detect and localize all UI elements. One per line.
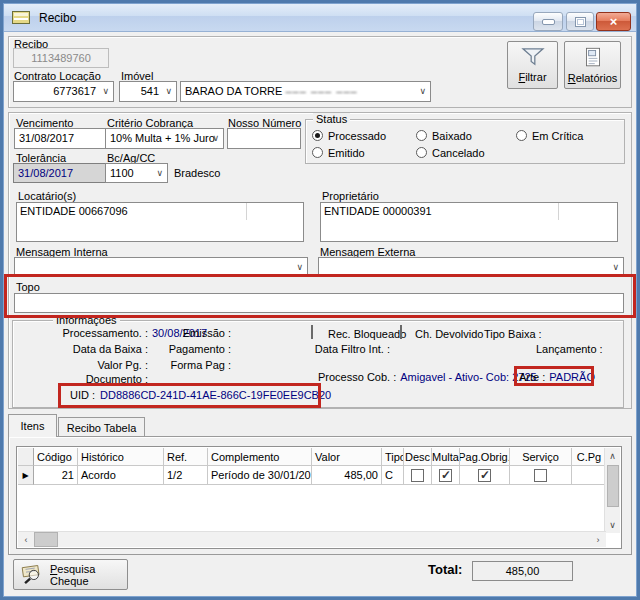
locatarios-listbox[interactable]: ENTIDADE 00667096	[16, 202, 304, 242]
filtrar-button-label: Filtrar	[518, 71, 546, 83]
grid-vertical-scrollbar[interactable]: ∧ ∨	[604, 448, 620, 533]
desc-checkbox[interactable]	[411, 469, 424, 482]
scroll-down-icon[interactable]: ∨	[605, 517, 620, 533]
locatario-item[interactable]: ENTIDADE 00667096	[17, 203, 247, 220]
chevron-down-icon: ∨	[612, 258, 619, 276]
radio-icon	[516, 130, 527, 141]
maximize-icon	[575, 17, 586, 27]
radio-label: Emitido	[328, 147, 365, 159]
topo-input[interactable]	[14, 293, 624, 313]
radio-icon	[312, 147, 323, 158]
arte-row: Arte : PADRÃO	[519, 370, 595, 384]
grid-header-tipo[interactable]: Tipo	[382, 448, 404, 466]
arte-value: PADRÃO	[549, 371, 595, 383]
criterio-cobranca-combo[interactable]: 10% Multa + 1% Juro∨	[105, 128, 224, 149]
grid-header-codigo[interactable]: Código	[34, 448, 78, 466]
data-baixa-label: Data da Baixa :	[16, 343, 148, 355]
imovel-code-combo[interactable]: 541∨	[119, 81, 177, 102]
tab-itens[interactable]: Itens	[8, 414, 57, 437]
forma-pag-label: Forma Pag :	[155, 359, 231, 371]
contrato-locacao-combo[interactable]: 6773617∨	[13, 81, 114, 102]
valor-pg-label: Valor Pg. :	[16, 359, 148, 371]
informacoes-legend: Informações	[53, 314, 120, 326]
cell-complemento: Período de 30/01/201	[208, 466, 312, 485]
grid-horizontal-scrollbar[interactable]: ‹ ›	[18, 531, 606, 547]
multa-checkbox[interactable]	[439, 469, 452, 482]
total-value-field: 485,00	[472, 561, 573, 581]
topo-label: Topo	[16, 281, 40, 293]
app-icon	[12, 11, 30, 26]
grid-header-desc[interactable]: Desc	[404, 448, 432, 466]
servico-checkbox[interactable]	[534, 469, 547, 482]
radio-icon	[416, 130, 427, 141]
relatorios-button[interactable]: Relatórios	[564, 41, 621, 89]
radio-processado[interactable]: Processado	[312, 127, 416, 144]
processo-cob-row: Processo Cob. : Amigavel - Ativo- Cob: 2…	[318, 370, 537, 384]
grid-header-complemento[interactable]: Complemento	[208, 448, 312, 466]
chevron-down-icon: ∨	[212, 129, 219, 148]
radio-emitido[interactable]: Emitido	[312, 144, 416, 161]
radio-cancelado[interactable]: Cancelado	[416, 144, 516, 161]
scroll-right-icon[interactable]: ›	[590, 532, 606, 548]
proprietario-listbox[interactable]: ENTIDADE 00000391	[320, 202, 618, 242]
grid-header-pag-obrig[interactable]: Pag.Obrig.	[460, 448, 510, 466]
grid-header-valor[interactable]: Valor	[312, 448, 382, 466]
data-filtro-label: Data Filtro Int. :	[290, 343, 390, 355]
tolerancia-field: 31/08/2017	[13, 163, 107, 183]
radio-label: Baixado	[432, 130, 472, 142]
cheque-search-icon	[20, 563, 44, 587]
filtrar-button[interactable]: Filtrar	[507, 41, 558, 89]
filter-funnel-icon	[521, 47, 545, 69]
itens-grid: Código Histórico Ref. Complemento Valor …	[16, 446, 622, 549]
censored-text: ––– ––– –––	[285, 85, 357, 97]
ch-devolvido-checkbox[interactable]	[400, 325, 402, 339]
horizontal-scroll-thumb[interactable]	[34, 532, 58, 547]
nosso-numero-input[interactable]	[227, 128, 301, 149]
pag-obrig-checkbox[interactable]	[478, 469, 491, 482]
cell-tipo: C	[382, 466, 404, 485]
cell-historico: Acordo	[78, 466, 164, 485]
scroll-left-icon[interactable]: ‹	[18, 532, 34, 548]
chevron-down-icon: ∨	[419, 82, 426, 101]
cell-valor: 485,00	[312, 466, 382, 485]
cell-pag-obrig	[460, 466, 510, 485]
grid-header-historico[interactable]: Histórico	[78, 448, 164, 466]
mensagem-externa-combo[interactable]: ∨	[318, 257, 624, 277]
chevron-down-icon: ∨	[102, 82, 109, 101]
bc-ag-cc-combo[interactable]: 1100∨	[105, 163, 168, 183]
cell-multa	[432, 466, 460, 485]
maximize-button[interactable]	[566, 12, 594, 31]
banco-label: Bradesco	[174, 167, 220, 179]
processamento-label: Processamento. :	[16, 327, 148, 339]
proprietario-item[interactable]: ENTIDADE 00000391	[321, 203, 559, 220]
minimize-button[interactable]	[533, 12, 563, 31]
grid-header-ref[interactable]: Ref.	[164, 448, 208, 466]
vencimento-combo[interactable]: 31/08/2017∨	[14, 128, 116, 149]
cell-c-pg	[572, 466, 606, 485]
title-bar: Recibo ×	[3, 3, 637, 32]
rec-bloqueado-label: Rec. Bloqueado	[328, 328, 406, 340]
imovel-name-combo[interactable]: BARAO DA TORRE ––– ––– ––– ∨	[180, 81, 431, 102]
rec-bloqueado-checkbox[interactable]	[311, 325, 313, 339]
radio-em-crítica[interactable]: Em Crítica	[516, 127, 618, 144]
processo-cob-value: Amigavel - Ativo- Cob: 2725	[400, 371, 536, 383]
grid-header-c-pg[interactable]: C.Pg	[572, 448, 606, 466]
proprietario-label: Proprietário	[322, 190, 379, 202]
radio-baixado[interactable]: Baixado	[416, 127, 516, 144]
pagamento-label: Pagamento :	[155, 343, 231, 355]
grid-header-servico[interactable]: Serviço	[510, 448, 572, 466]
processo-cob-label: Processo Cob. :	[318, 371, 396, 383]
close-button[interactable]: ×	[596, 12, 631, 31]
window-title: Recibo	[39, 11, 76, 25]
uid-value: DD8886CD-241D-41AE-866C-19FE0EE9CB20	[100, 389, 331, 401]
grid-header-multa[interactable]: Multa	[432, 448, 460, 466]
tab-recibo-tabela[interactable]: Recibo Tabela	[58, 417, 145, 437]
mensagem-interna-combo[interactable]: ∨	[14, 257, 308, 277]
tipo-baixa-label: Tipo Baixa :	[484, 328, 542, 340]
scroll-up-icon[interactable]: ∧	[605, 448, 620, 464]
status-label: Status	[313, 113, 350, 125]
vertical-scroll-thumb[interactable]	[607, 465, 619, 507]
table-row[interactable]: ▶ 21 Acordo 1/2 Período de 30/01/201 485…	[18, 466, 606, 485]
cell-desc	[404, 466, 432, 485]
pesquisa-cheque-button[interactable]: Pesquisa Cheque	[13, 559, 128, 590]
